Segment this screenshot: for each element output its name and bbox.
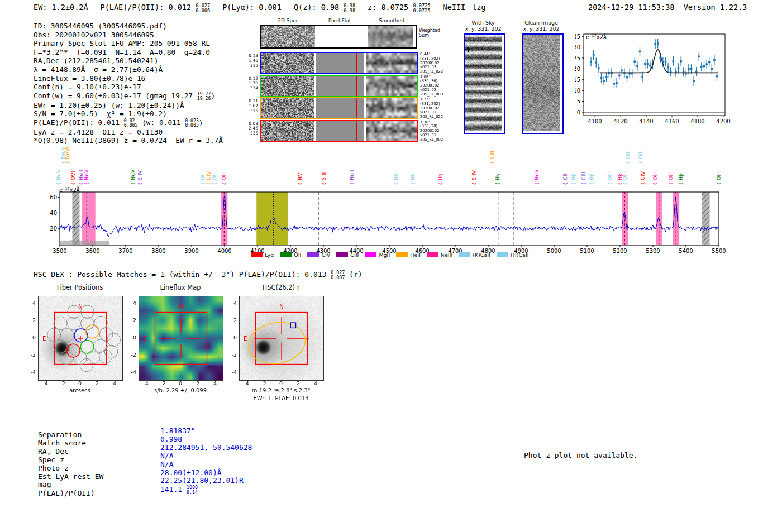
legend-item: (K)CaII [459, 252, 490, 258]
ew-value: EW: 1.2±0.2Å [34, 3, 88, 12]
svg-text:30: 30 [575, 44, 580, 50]
svg-text:5300: 5300 [646, 248, 660, 254]
cutout-ytick: 4 [126, 300, 136, 306]
spec2d-row-meta: 1.23"(331, 202)20200102v021_01205_RL_022 [420, 98, 455, 119]
legend-item: (H)CaII [497, 252, 529, 258]
match-table-row: RA, Dec212.284951, 50.540628 [38, 448, 252, 456]
svg-text:5000: 5000 [547, 248, 561, 254]
cutout-title-fiber-positions: Fiber Positions [57, 284, 103, 291]
spectrum-line-label: { NeV [84, 169, 89, 185]
info-line: P(LAE)/P(OII): 0.011 0.020.005 (w: 0.011… [34, 118, 223, 128]
info-line: F=*3.2"* T=0.091 N=1.14 A=0.80 g=24.0 [34, 48, 223, 57]
hsc-match-header: HSC-DEX : Possible Matches = 1 (within +… [34, 270, 363, 280]
svg-text:4140: 4140 [639, 118, 653, 124]
cutout-ytick: 4 [26, 300, 36, 306]
svg-text:N: N [179, 304, 183, 310]
cutout-xtick: -2 [159, 380, 168, 386]
match-table-row: mag22.25(21.80,23.01)R [38, 481, 252, 489]
legend-label: CIV [321, 252, 330, 258]
pixel-flat-segment [316, 53, 364, 73]
legend-item: OII [280, 252, 301, 258]
legend-swatch [251, 252, 263, 257]
photz-note: Phot z plot not available. [524, 451, 638, 459]
pixel-flat-segment [316, 121, 364, 141]
cutout-xtick: -4 [242, 380, 251, 386]
spectrum-line-label: { SiII [321, 172, 327, 185]
plya-value: P(Lyα): 0.001 [222, 3, 282, 12]
spec2d-row-stats: 0.111.67315 [241, 99, 258, 113]
info-line: Cont(n) = 9.10(±0.23)e-17 [34, 83, 223, 92]
svg-text:20: 20 [575, 66, 580, 72]
spectrum-line-label: { NeVI [65, 147, 70, 164]
svg-text:20: 20 [50, 226, 57, 232]
cutout-ytick: -4 [227, 369, 237, 375]
svg-text:5: 5 [577, 98, 580, 104]
svg-text:3800: 3800 [151, 248, 165, 254]
spectrum-legend: LyαOIICIVCIIIMgIIHeIINeIII(K)CaII(H)CaII [251, 252, 529, 258]
match-table-row: Separation1.81837" [38, 431, 252, 439]
info-line: RA,Dec (212.285461,50.540241) [34, 56, 223, 65]
spec2d-row [260, 120, 418, 142]
spectrum-line-label: { OVI [70, 171, 76, 185]
svg-text:3700: 3700 [118, 248, 132, 254]
spectrum-line-label: { CIV [640, 171, 646, 185]
legend-swatch [497, 252, 508, 257]
weighted-sum-label: WeightedSum [419, 28, 440, 38]
main-spectrum-plot: 2040603500360037003800390040004100420043… [50, 188, 737, 260]
report-timestamp: 2024-12-29 11:53:38 Version 1.22.3 [588, 3, 747, 12]
info-line: *Q(0.98) NeIII(3869) z = 0.0724 EW r = 3… [34, 136, 223, 145]
svg-text:25: 25 [575, 55, 580, 61]
cutout-xtick: 0 [75, 380, 84, 386]
info-line: S/N = 7.0(±0.5) χ² = 1.9(±0.2) [34, 109, 223, 118]
svg-text:0: 0 [577, 109, 580, 116]
spectrum-line-label: { SiIV [471, 170, 477, 185]
spec2d-col-header: 2D Spec [278, 18, 298, 23]
cutout-xtick: -2 [259, 380, 268, 386]
spectrum-line-label: { NeV [56, 169, 61, 185]
cutout-xtick: 2 [193, 380, 202, 386]
cutout-xtick: 2 [93, 380, 102, 386]
cutout-ytick: 4 [227, 300, 237, 306]
elixer-report-page: EW: 1.2±0.2ÅP(LAE)/P(OII): 0.012 0.0270.… [0, 0, 782, 532]
spectrum-line-label: { NeV [130, 169, 136, 185]
z-value: z: 0.0725 0.07250.0725 [368, 3, 430, 12]
cutout-ytick: 0 [126, 334, 136, 341]
with-sky-canvas [465, 35, 502, 131]
svg-text:4000: 4000 [217, 248, 231, 254]
detection-info-block: ID: 3005446095 (3005446095.pdf)Obs: 2020… [34, 22, 223, 145]
info-line: ID: 3005446095 (3005446095.pdf) [34, 22, 223, 31]
pixel-flat-cursor [356, 98, 357, 118]
cutout-caption-arcsecs: arcsecs [69, 387, 90, 394]
spectrum-line-label: { Hβ [589, 173, 594, 185]
svg-text:4180: 4180 [690, 118, 704, 124]
legend-swatch [336, 252, 348, 257]
info-line: LyA z = 2.4128 OII z = 0.1130 [34, 128, 223, 137]
legend-label: MgII [379, 252, 390, 258]
legend-label: Lyα [265, 252, 274, 258]
hsc-r-overlay: NE [240, 296, 323, 380]
spec2d-row-meta: 1.08"(330, 36)20200102v021_02205_RL_003 [420, 75, 455, 97]
match-table-row: P(LAE)/P(OII)141.1 10008.14 [38, 489, 252, 499]
legend-item: CIV [307, 252, 330, 258]
match-table: Separation1.81837"Match score0.998RA, De… [38, 431, 252, 499]
legend-label: (H)CaII [511, 252, 529, 258]
legend-label: NeIII [441, 252, 452, 258]
spectrum-unit-label: e-17x2Å [59, 186, 80, 193]
cutout-hsc-r: NE [239, 296, 324, 381]
svg-text:3900: 3900 [184, 248, 198, 254]
info-line: EWr = 1.20(±0.25) (w: 1.20(±0.24))Å [34, 101, 223, 110]
cutout-ytick: -2 [26, 352, 36, 358]
spectrum-line-label: { OII [212, 173, 217, 185]
cutout-ytick: -4 [26, 369, 36, 375]
match-table-row: Spec zN/A [38, 456, 252, 464]
legend-label: HeII [410, 252, 421, 258]
cutout-ytick: -2 [227, 352, 237, 358]
cutout-xtick: 4 [311, 380, 320, 386]
cutout-xtick: -2 [58, 380, 67, 386]
svg-text:5200: 5200 [613, 248, 627, 254]
spectrum-line-label: { OIII [622, 171, 628, 185]
svg-text:E: E [143, 336, 146, 342]
svg-text:3600: 3600 [85, 248, 99, 254]
spectrum-line-label: { Hδ [393, 173, 399, 185]
line-fit-plot: 05101520253035410041204140416041804200 [575, 29, 737, 125]
